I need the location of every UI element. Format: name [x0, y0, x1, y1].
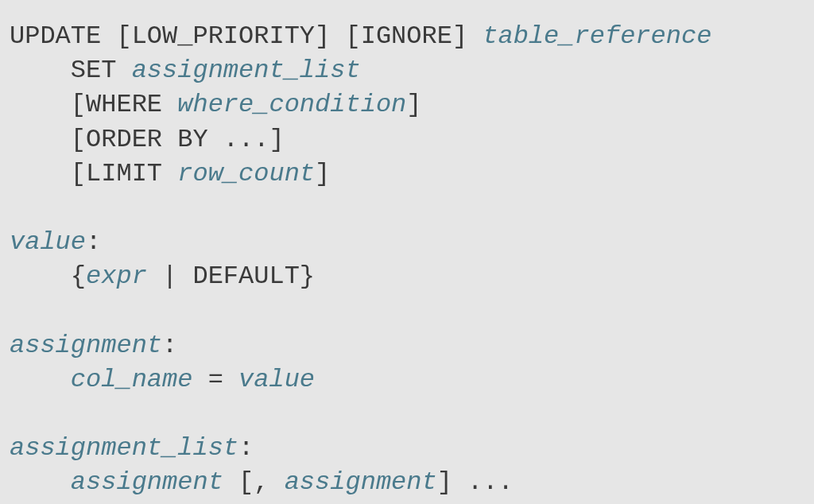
- limit-bracket-open: [LIMIT: [71, 159, 177, 188]
- indent: [10, 467, 71, 497]
- colon: :: [238, 433, 254, 463]
- ellipsis-close: ] ...: [437, 467, 514, 497]
- placeholder-col-name: col_name: [71, 365, 193, 394]
- placeholder-assignment-2: assignment: [285, 467, 437, 497]
- label-assignment-list: assignment_list: [10, 433, 238, 463]
- indent: [10, 159, 71, 188]
- indent: [10, 365, 71, 394]
- placeholder-table-reference: table_reference: [483, 21, 711, 51]
- order-by-line: [ORDER BY ...]: [71, 125, 285, 154]
- placeholder-row-count: row_count: [177, 159, 315, 188]
- colon: :: [86, 227, 101, 257]
- placeholder-value: value: [238, 365, 315, 394]
- colon: :: [162, 331, 177, 360]
- default-brace-close: | DEFAULT}: [147, 262, 315, 291]
- placeholder-where-condition: where_condition: [177, 90, 406, 119]
- where-bracket-open: [WHERE: [71, 90, 177, 119]
- equals-sign: =: [192, 365, 238, 394]
- sql-syntax-block: UPDATE [LOW_PRIORITY] [IGNORE] table_ref…: [10, 19, 804, 500]
- placeholder-assignment-list: assignment_list: [132, 56, 361, 85]
- label-value: value: [10, 227, 86, 257]
- update-keyword-line: UPDATE [LOW_PRIORITY] [IGNORE]: [10, 21, 483, 51]
- set-keyword: SET: [71, 56, 132, 85]
- label-assignment: assignment: [10, 331, 162, 360]
- indent: [10, 90, 71, 119]
- placeholder-assignment: assignment: [71, 467, 223, 497]
- placeholder-expr: expr: [86, 262, 147, 291]
- bracket-close: ]: [315, 159, 330, 188]
- indent: [10, 262, 71, 291]
- indent: [10, 56, 71, 85]
- brace-open: {: [71, 262, 86, 291]
- bracket-comma: [,: [223, 467, 285, 497]
- indent: [10, 125, 71, 154]
- bracket-close: ]: [406, 90, 421, 119]
